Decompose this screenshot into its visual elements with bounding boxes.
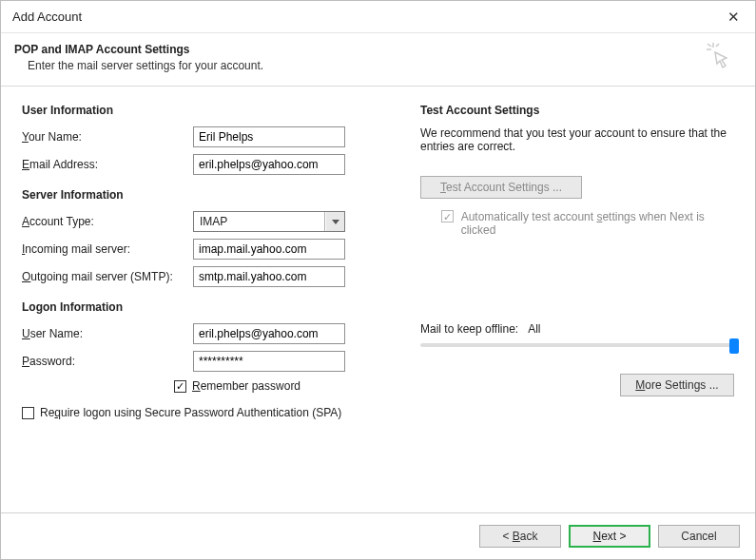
email-input[interactable] bbox=[193, 154, 345, 175]
slider-thumb[interactable] bbox=[729, 338, 739, 354]
account-type-select[interactable]: IMAP bbox=[193, 211, 345, 232]
back-button-label: < Back bbox=[502, 530, 537, 543]
svg-line-3 bbox=[716, 44, 719, 47]
left-column: User Information Your Name: Email Addres… bbox=[22, 104, 392, 419]
incoming-label: Incoming mail server: bbox=[22, 242, 193, 256]
wizard-title: POP and IMAP Account Settings bbox=[14, 43, 742, 56]
email-label: Email Address: bbox=[22, 158, 193, 171]
spa-label: Require logon using Secure Password Auth… bbox=[40, 406, 341, 419]
chevron-down-icon[interactable] bbox=[325, 212, 344, 231]
svg-line-2 bbox=[708, 44, 711, 47]
mail-offline-label: Mail to keep offline: bbox=[420, 322, 518, 336]
more-settings-label: More Settings ... bbox=[635, 378, 718, 392]
mail-offline-value: All bbox=[528, 322, 540, 336]
remember-password-checkbox[interactable] bbox=[174, 380, 186, 393]
user-name-input[interactable] bbox=[193, 323, 345, 344]
wizard-header: POP and IMAP Account Settings Enter the … bbox=[1, 33, 755, 87]
remember-password-label: Remember password bbox=[192, 379, 300, 393]
auto-test-label: Automatically test account settings when… bbox=[461, 210, 734, 237]
back-button[interactable]: < Back bbox=[479, 525, 561, 548]
outgoing-label: Outgoing mail server (SMTP): bbox=[22, 270, 193, 283]
your-name-input[interactable] bbox=[193, 126, 345, 147]
auto-test-row: Automatically test account settings when… bbox=[441, 210, 734, 237]
spa-checkbox[interactable] bbox=[22, 407, 34, 419]
user-info-heading: User Information bbox=[22, 104, 392, 117]
content-area: User Information Your Name: Email Addres… bbox=[1, 87, 755, 429]
password-label: Password: bbox=[22, 355, 193, 368]
test-heading: Test Account Settings bbox=[420, 104, 734, 117]
right-column: Test Account Settings We recommend that … bbox=[420, 104, 734, 419]
account-type-label: Account Type: bbox=[22, 215, 193, 228]
title-bar: Add Account ✕ bbox=[1, 1, 755, 33]
next-button[interactable]: Next > bbox=[569, 525, 650, 548]
click-cursor-icon bbox=[706, 41, 738, 76]
footer-buttons: < Back Next > Cancel bbox=[1, 512, 755, 559]
test-intro: We recommend that you test your account … bbox=[420, 126, 734, 153]
auto-test-checkbox[interactable] bbox=[441, 210, 454, 222]
server-info-heading: Server Information bbox=[22, 188, 392, 202]
account-type-value: IMAP bbox=[194, 212, 325, 231]
your-name-label: Your Name: bbox=[22, 130, 193, 144]
mail-offline-slider[interactable] bbox=[420, 343, 734, 347]
cancel-button[interactable]: Cancel bbox=[658, 525, 740, 548]
mail-offline-group: Mail to keep offline: All bbox=[420, 322, 734, 347]
incoming-server-input[interactable] bbox=[193, 239, 345, 260]
next-button-label: Next > bbox=[592, 530, 626, 543]
test-account-button[interactable]: Test Account Settings ... bbox=[420, 176, 582, 199]
user-name-label: User Name: bbox=[22, 327, 193, 340]
password-input[interactable] bbox=[193, 351, 345, 372]
test-account-button-label: Test Account Settings ... bbox=[440, 181, 562, 194]
outgoing-server-input[interactable] bbox=[193, 266, 345, 287]
close-icon[interactable]: ✕ bbox=[722, 7, 746, 28]
wizard-subtitle: Enter the mail server settings for your … bbox=[28, 59, 742, 72]
more-settings-button[interactable]: More Settings ... bbox=[620, 374, 734, 396]
window-title: Add Account bbox=[12, 10, 722, 24]
logon-heading: Logon Information bbox=[22, 300, 392, 314]
